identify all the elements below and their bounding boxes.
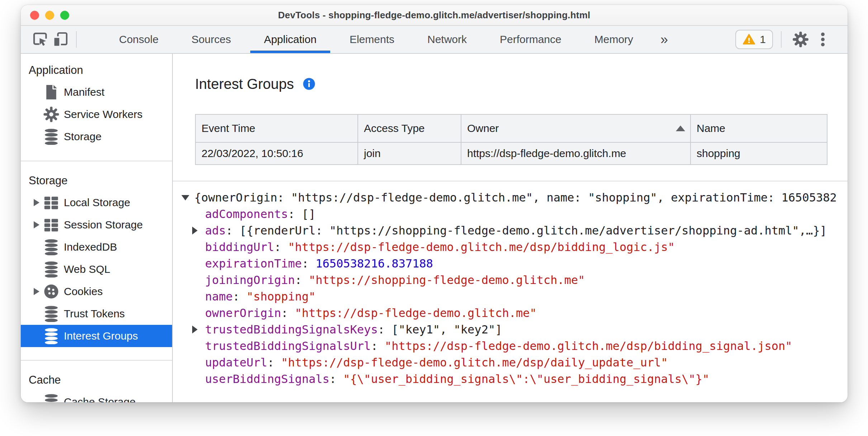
page-title: Interest Groups: [195, 76, 294, 92]
tab-network[interactable]: Network: [411, 26, 483, 53]
tree-text-plain: :: [302, 257, 316, 270]
table-icon: [43, 217, 60, 233]
tree-text-string: "https://dsp-fledge-demo.glitch.me/dsp/d…: [281, 356, 668, 369]
panel-tabs: ConsoleSourcesApplicationElementsNetwork…: [103, 26, 650, 53]
tab-performance[interactable]: Performance: [483, 26, 578, 53]
sidebar-section-header-application: Application: [21, 60, 172, 81]
inspect-cursor-icon: [32, 31, 48, 48]
tree-text-number: 1650538216.837188: [316, 257, 433, 270]
sidebar-section-divider: [21, 161, 172, 161]
sidebar-item-manifest[interactable]: Manifest: [21, 81, 172, 103]
sidebar-item-web-sql[interactable]: Web SQL: [21, 258, 172, 280]
tree-text-string: "https://dsp-fledge-demo.glitch.me": [295, 306, 536, 320]
tree-row[interactable]: {ownerOrigin: "https://dsp-fledge-demo.g…: [181, 189, 848, 206]
tree-text-key: adComponents: [205, 207, 288, 221]
sidebar-item-label: Local Storage: [64, 196, 130, 209]
toolbar-right: 1: [735, 26, 848, 53]
minimize-button[interactable]: [45, 11, 54, 20]
table-icon: [43, 194, 60, 211]
sidebar-item-label: Manifest: [64, 86, 104, 98]
tree-text-key: ads: [205, 224, 226, 237]
tree-row[interactable]: trustedBiddingSignalsKeys: ["key1", "key…: [192, 321, 848, 338]
window-title: DevTools - shopping-fledge-demo.glitch.m…: [278, 10, 590, 21]
sidebar-section-header-cache: Cache: [21, 369, 172, 391]
sidebar-item-session-storage[interactable]: Session Storage: [21, 214, 172, 236]
tab-memory[interactable]: Memory: [578, 26, 650, 53]
interest-groups-table: Event TimeAccess TypeOwnerName 22/03/202…: [195, 114, 827, 165]
warning-count: 1: [760, 33, 766, 46]
tree-row: ownerOrigin: "https://dsp-fledge-demo.gl…: [192, 305, 848, 321]
sidebar-item-cache-storage[interactable]: Cache Storage: [21, 391, 172, 402]
tab-sources[interactable]: Sources: [175, 26, 247, 53]
tree-text-plain: :: [281, 306, 295, 320]
database-icon: [43, 305, 60, 322]
inspect-element-button[interactable]: [30, 26, 50, 53]
tree-row: adComponents: []: [192, 206, 848, 222]
column-header-label: Event Time: [201, 122, 255, 134]
warning-badge[interactable]: 1: [735, 30, 773, 49]
tree-text-plain: :: [371, 339, 385, 353]
zoom-button[interactable]: [60, 11, 69, 20]
cell-access-type: join: [358, 142, 461, 165]
tree-row: trustedBiddingSignalsUrl: "https://dsp-f…: [192, 338, 848, 354]
close-button[interactable]: [30, 11, 39, 20]
toolbar-separator: [76, 31, 77, 48]
settings-button[interactable]: [789, 31, 812, 48]
device-toolbar-button[interactable]: [50, 26, 70, 53]
sidebar-item-service-workers[interactable]: Service Workers: [21, 103, 172, 125]
tab-elements[interactable]: Elements: [333, 26, 411, 53]
tree-row: joiningOrigin: "https://shopping-fledge-…: [192, 272, 848, 288]
database-icon: [43, 261, 60, 278]
tree-expander-icon[interactable]: [181, 195, 189, 200]
tree-text-plain: :: [295, 273, 309, 287]
device-toolbar-icon: [52, 31, 68, 48]
column-header-access-type[interactable]: Access Type: [358, 114, 461, 142]
titlebar: DevTools - shopping-fledge-demo.glitch.m…: [21, 5, 848, 26]
tree-expander-icon[interactable]: [192, 326, 198, 333]
tree-text-key: joiningOrigin: [205, 273, 295, 287]
sidebar-item-trust-tokens[interactable]: Trust Tokens: [21, 303, 172, 325]
more-tabs-button[interactable]: »: [650, 26, 679, 53]
traffic-lights: [30, 5, 69, 25]
tree-text-key: name: [205, 290, 233, 303]
database-icon: [43, 239, 60, 255]
expander-triangle-icon[interactable]: [34, 221, 39, 228]
column-header-label: Owner: [467, 122, 499, 134]
tree-text-plain: :: [267, 356, 281, 369]
tree-text-key: trustedBiddingSignalsUrl: [205, 339, 371, 353]
tree-row[interactable]: ads: [{renderUrl: "https://shopping-fled…: [192, 222, 848, 239]
column-header-owner[interactable]: Owner: [461, 114, 691, 142]
tree-text-key: ownerOrigin: [205, 306, 281, 320]
tree-expander-icon[interactable]: [192, 227, 198, 234]
info-icon[interactable]: [303, 77, 316, 90]
panel-header: Interest Groups: [195, 73, 848, 95]
tree-text-plain: :: [233, 290, 247, 303]
table-row[interactable]: 22/03/2022, 10:50:16joinhttps://dsp-fled…: [195, 142, 827, 165]
tree-text-plain: {ownerOrigin: "https://dsp-fledge-demo.g…: [194, 191, 837, 204]
sidebar-item-local-storage[interactable]: Local Storage: [21, 191, 172, 214]
devtools-content: ApplicationManifestService WorkersStorag…: [21, 54, 848, 402]
tree-text-key: updateUrl: [205, 356, 267, 369]
sidebar-item-indexeddb[interactable]: IndexedDB: [21, 236, 172, 258]
panel-divider: [173, 181, 848, 181]
sort-ascending-icon: [676, 125, 685, 131]
expander-triangle-icon[interactable]: [34, 288, 39, 295]
sidebar-item-label: Cookies: [64, 285, 103, 298]
interest-group-json-tree: {ownerOrigin: "https://dsp-fledge-demo.g…: [173, 189, 848, 387]
sidebar-item-interest-groups[interactable]: Interest Groups: [21, 325, 172, 347]
sidebar-item-cookies[interactable]: Cookies: [21, 280, 172, 303]
menu-button[interactable]: [812, 31, 834, 48]
expander-triangle-icon[interactable]: [34, 199, 39, 206]
cell-owner: https://dsp-fledge-demo.glitch.me: [461, 142, 691, 165]
cookie-icon: [43, 283, 60, 300]
sidebar-section-header-storage: Storage: [21, 170, 172, 191]
sidebar-item-storage[interactable]: Storage: [21, 125, 172, 148]
sidebar-section-divider: [21, 360, 172, 361]
tab-console[interactable]: Console: [103, 26, 175, 53]
sidebar-item-label: Session Storage: [64, 219, 143, 231]
database-icon: [43, 128, 60, 145]
tab-application[interactable]: Application: [247, 26, 333, 53]
column-header-name[interactable]: Name: [691, 114, 827, 142]
interest-groups-panel: Interest Groups Event TimeAccess TypeOwn…: [173, 54, 848, 402]
column-header-event-time[interactable]: Event Time: [195, 114, 358, 142]
